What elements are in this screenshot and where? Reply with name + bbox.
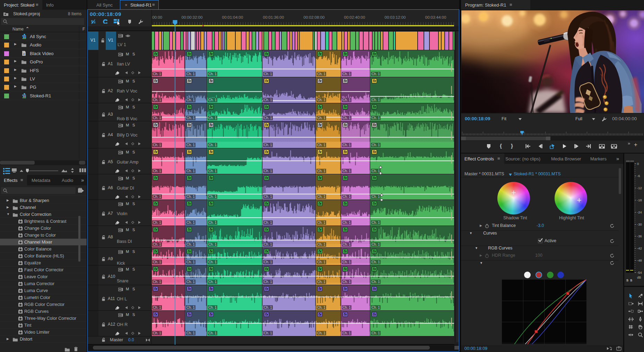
svg-text:Ch. 1: Ch. 1 [208,221,217,225]
svg-text:Ch. 1: Ch. 1 [317,116,325,120]
svg-text:fx: fx [265,202,268,205]
svg-text:fx: fx [210,52,213,56]
svg-text:fx: fx [265,228,268,231]
svg-text:fx: fx [373,123,376,127]
svg-text:-6: -6 [637,174,640,178]
svg-text:fx: fx [373,249,376,253]
svg-text:Ch. 1: Ch. 1 [342,169,351,173]
svg-text:fx: fx [344,249,347,253]
svg-text:Ch. 1: Ch. 1 [208,72,217,76]
svg-text:00:01:36:00: 00:01:36:00 [263,15,284,19]
svg-text:Ch. 1: Ch. 1 [264,243,272,246]
svg-text:Ch. 1: Ch. 1 [372,221,380,225]
svg-text:Ch. 1: Ch. 1 [372,169,380,173]
svg-text:Ch. 1: Ch. 1 [186,72,195,76]
svg-text:Ch. 1: Ch. 1 [342,243,351,246]
svg-text:Ch. 1: Ch. 1 [153,116,161,120]
svg-text:fx: fx [265,79,268,83]
svg-text:Ch. 1: Ch. 1 [372,72,380,76]
svg-text:fx: fx [188,202,191,205]
svg-text:Ch. 1: Ch. 1 [342,195,351,199]
svg-text:Ch. 1: Ch. 1 [317,98,325,102]
svg-text:fx: fx [188,313,191,316]
svg-text:fx: fx [373,228,376,231]
svg-text:Ch. 1: Ch. 1 [264,221,272,225]
svg-text:Ch. 1: Ch. 1 [317,72,325,76]
svg-text:Ch. 1: Ch. 1 [317,195,325,199]
svg-text:Ch. 1: Ch. 1 [153,280,161,284]
svg-text:fx: fx [344,123,347,127]
svg-text:00:00:32:00: 00:00:32:00 [182,15,203,19]
svg-text:Ch. 1: Ch. 1 [264,195,272,199]
svg-text:fx: fx [265,249,268,253]
svg-text:00:01:04:00: 00:01:04:00 [222,15,243,19]
svg-text:fx: fx [373,52,376,56]
svg-text:fx: fx [154,150,157,154]
svg-text:-36: -36 [637,234,642,238]
svg-text:Ch. 1: Ch. 1 [186,116,195,120]
svg-text:fx: fx [319,202,322,205]
svg-text:Ch. 1: Ch. 1 [186,98,195,102]
svg-text:00:03:44:00: 00:03:44:00 [425,15,446,19]
svg-text:fx: fx [188,228,191,231]
svg-text:Ch. 1: Ch. 1 [208,169,217,173]
svg-text:Ch. 1: Ch. 1 [264,98,272,102]
svg-text:Ch. 1: Ch. 1 [317,243,325,246]
svg-text:fx: fx [344,287,347,291]
svg-text:-42: -42 [637,246,642,250]
svg-text:fx: fx [265,105,268,109]
svg-text:fx: fx [319,123,322,127]
svg-text:-12: -12 [637,186,642,190]
svg-text:Ch. 1: Ch. 1 [186,221,195,225]
svg-text:Ch. 1: Ch. 1 [208,306,217,309]
svg-text:Ch. 1: Ch. 1 [186,306,195,309]
svg-text:fx: fx [154,313,157,316]
svg-text:fx: fx [188,287,191,291]
svg-text:fx: fx [344,267,347,271]
svg-text:fx: fx [319,105,322,109]
svg-text:Ch. 1: Ch. 1 [342,98,351,102]
svg-text:fx: fx [210,267,213,271]
svg-text:fx: fx [210,79,213,83]
svg-text:00:03:12:00: 00:03:12:00 [385,15,406,19]
svg-text:fx: fx [319,176,322,180]
svg-text:Ch. 1: Ch. 1 [208,331,217,335]
svg-text:fx: fx [210,150,213,154]
svg-text:fx: fx [319,150,322,154]
svg-text:fx: fx [154,123,157,127]
svg-text:Ch. 1: Ch. 1 [186,169,195,173]
svg-text:fx: fx [373,176,376,180]
svg-text:Ch. 1: Ch. 1 [153,306,161,309]
svg-text:Ch. 1: Ch. 1 [372,116,380,120]
svg-text:fx: fx [319,52,322,56]
svg-text:Ch. 1: Ch. 1 [264,116,272,120]
svg-text:Ch. 1: Ch. 1 [342,280,351,284]
svg-text:fx: fx [210,123,213,127]
svg-text:Ch. 1: Ch. 1 [264,72,272,76]
svg-text:0: 0 [637,162,639,166]
svg-text:Ch. 1: Ch. 1 [342,221,351,225]
svg-text:00:02:08:00: 00:02:08:00 [304,15,325,19]
svg-text:Ch. 1: Ch. 1 [264,143,272,147]
svg-text:00:02:40:00: 00:02:40:00 [344,15,365,19]
svg-text:Ch. 1: Ch. 1 [153,98,161,102]
svg-text:fx: fx [344,52,347,56]
svg-text:fx: fx [319,267,322,271]
svg-text:fx: fx [319,313,322,316]
svg-text:Ch. 1: Ch. 1 [342,260,351,264]
svg-text:fx: fx [319,228,322,231]
svg-text:fx: fx [344,150,347,154]
svg-text:-54: -54 [637,271,642,274]
svg-text:fx: fx [188,267,191,271]
svg-text:fx: fx [154,267,157,271]
svg-text:fx: fx [210,176,213,180]
svg-text:Ch. 1: Ch. 1 [153,331,161,335]
svg-text:fx: fx [265,150,268,154]
svg-text:fx: fx [154,228,157,231]
svg-text:fx: fx [188,79,191,83]
svg-text:fx: fx [188,52,191,56]
svg-text:fx: fx [265,287,268,291]
svg-text:Ch. 1: Ch. 1 [372,260,380,264]
svg-text:fx: fx [154,249,157,253]
svg-text:-48: -48 [637,258,642,262]
